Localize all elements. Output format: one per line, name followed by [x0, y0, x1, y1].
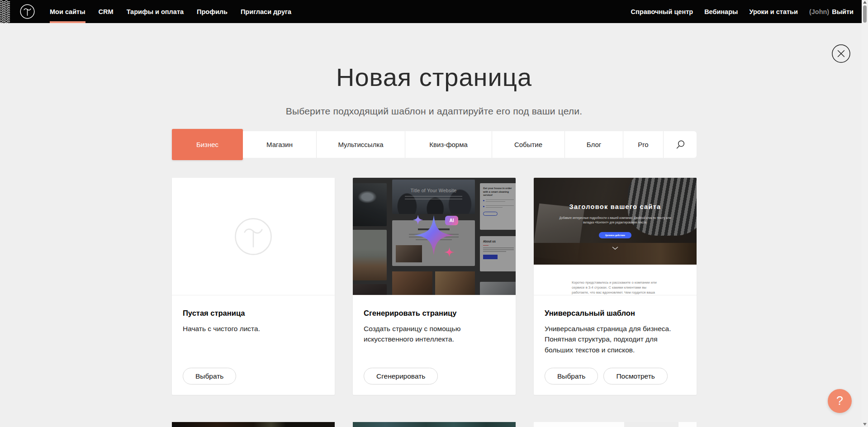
template-body-text: Коротко представьтесь и расскажите о ком…: [572, 280, 660, 295]
choose-button[interactable]: Выбрать: [545, 368, 598, 384]
top-navbar: Мои сайты CRM Тарифы и оплата Профиль Пр…: [0, 0, 868, 23]
scrollbar-up-arrow[interactable]: [863, 1, 867, 4]
next-template-preview-dark[interactable]: [172, 422, 335, 427]
scrollbar-down-arrow[interactable]: [863, 423, 867, 426]
nav-item-help-center[interactable]: Справочный центр: [631, 0, 693, 23]
card-body: Пустая страница Начать с чистого листа. …: [172, 295, 335, 394]
choose-button[interactable]: Выбрать: [183, 368, 236, 384]
tab-blog[interactable]: Блог: [565, 131, 623, 158]
navbar-right-menu: Справочный центр Вебинары Уроки и статьи…: [631, 0, 854, 23]
tab-quiz-form[interactable]: Квиз-форма: [405, 131, 492, 158]
chevron-down-icon: [612, 247, 618, 250]
card-description: Создать страницу с помощью искусственног…: [364, 323, 486, 345]
card-actions: Выбрать: [183, 368, 236, 384]
nav-item-lessons[interactable]: Уроки и статьи: [749, 0, 797, 23]
search-icon: [675, 140, 685, 150]
nav-item-crm[interactable]: CRM: [99, 0, 114, 23]
close-icon[interactable]: [831, 44, 851, 63]
nav-item-profile[interactable]: Профиль: [197, 0, 228, 23]
help-button[interactable]: ?: [828, 389, 852, 413]
user-name-label: (John): [809, 8, 829, 15]
blank-page-preview[interactable]: [172, 178, 335, 295]
view-button[interactable]: Посмотреть: [603, 368, 667, 384]
tab-shop[interactable]: Магазин: [243, 131, 317, 158]
page-scrollbar: [862, 0, 868, 427]
card-actions: Выбрать Посмотреть: [545, 368, 668, 384]
nav-item-my-sites[interactable]: Мои сайты: [50, 0, 85, 23]
scrollbar-thumb[interactable]: [863, 5, 867, 23]
next-template-preview-light[interactable]: [534, 422, 697, 427]
nav-item-tariffs[interactable]: Тарифы и оплата: [127, 0, 184, 23]
card-title: Сгенерировать страницу: [364, 309, 505, 318]
tab-pro[interactable]: Pro: [623, 131, 664, 158]
template-hero-image: Заголовок вашего сайта Добавьте интересн…: [534, 178, 697, 265]
ai-sparkle-small-bottom-icon: [444, 247, 455, 257]
tab-business[interactable]: Бизнес: [172, 129, 243, 160]
card-body: Универсальный шаблон Универсальная стран…: [534, 295, 697, 394]
tab-event[interactable]: Событие: [492, 131, 565, 158]
generate-button[interactable]: Сгенерировать: [364, 368, 438, 384]
search-tab[interactable]: [664, 131, 697, 158]
card-ai-generate: Title of Your Website: [353, 178, 516, 395]
card-description: Начать с чистого листа.: [183, 323, 318, 334]
card-description: Универсальная страница для бизнеса. Поня…: [545, 323, 686, 355]
ai-badge: AI: [445, 216, 458, 225]
template-hero-subtitle: Добавьте интересные подробности о вашей …: [556, 216, 674, 225]
card-title: Пустая страница: [183, 309, 324, 318]
template-cards-row-2: [172, 422, 697, 427]
ai-preview[interactable]: Title of Your Website: [353, 178, 516, 295]
card-actions: Сгенерировать: [364, 368, 438, 384]
template-preview[interactable]: Заголовок вашего сайта Добавьте интересн…: [534, 178, 697, 295]
page-title: Новая страница: [0, 62, 868, 92]
nav-item-webinars[interactable]: Вебинары: [704, 0, 738, 23]
page-subtitle: Выберите подходящий шаблон и адаптируйте…: [0, 106, 868, 117]
new-page-modal: Мои сайты CRM Тарифы и оплата Профиль Пр…: [0, 0, 868, 427]
tab-multilink[interactable]: Мультиссылка: [317, 131, 405, 158]
zigzag-decoration: [0, 0, 10, 23]
ai-sparkle-small-top-icon: [413, 214, 423, 225]
template-hero-title: Заголовок вашего сайта: [534, 203, 697, 210]
user-logout-group: (John) Выйти: [809, 0, 854, 23]
navbar-left-menu: Мои сайты CRM Тарифы и оплата Профиль Пр…: [50, 0, 291, 23]
next-template-preview-teal[interactable]: [353, 422, 516, 427]
nav-item-invite-friend[interactable]: Пригласи друга: [241, 0, 291, 23]
template-cta-button: Целевое действие: [599, 232, 631, 238]
tilda-watermark-icon: [232, 215, 275, 258]
template-body-section: Коротко представьтесь и расскажите о ком…: [534, 265, 697, 295]
template-category-tabs: Бизнес Магазин Мультиссылка Квиз-форма С…: [172, 131, 697, 158]
tilda-logo-icon[interactable]: [19, 3, 36, 20]
card-universal-template: Заголовок вашего сайта Добавьте интересн…: [534, 178, 697, 395]
logout-link[interactable]: Выйти: [832, 0, 854, 23]
card-body: Сгенерировать страницу Создать страницу …: [353, 295, 516, 394]
card-blank-page: Пустая страница Начать с чистого листа. …: [172, 178, 335, 395]
template-cards-row: Пустая страница Начать с чистого листа. …: [172, 178, 697, 395]
card-title: Универсальный шаблон: [545, 309, 686, 318]
